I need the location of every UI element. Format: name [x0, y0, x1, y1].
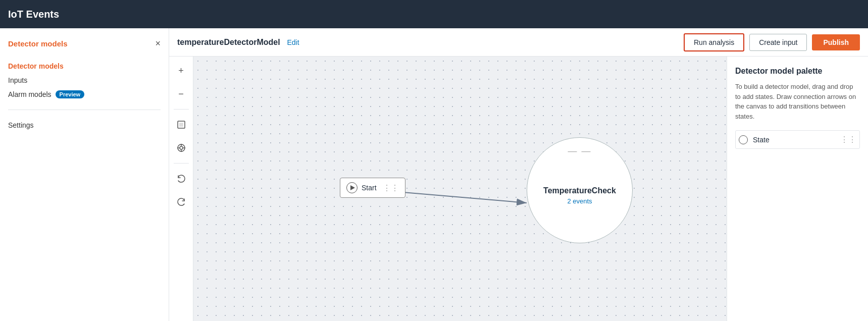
content-area: temperatureDetectorModel Edit Run analys…	[169, 28, 868, 321]
model-name: temperatureDetectorModel	[177, 38, 280, 46]
header-actions: Run analysis Create input Publish	[684, 33, 860, 51]
palette-drag-icon: ⋮⋮	[840, 135, 856, 144]
start-node-handle: ⋮⋮	[383, 183, 399, 193]
sidebar-title: Detector models	[8, 39, 68, 48]
fit-icon	[177, 120, 186, 129]
publish-button[interactable]: Publish	[812, 34, 860, 50]
close-button[interactable]: ×	[155, 38, 161, 49]
content-header: temperatureDetectorModel Edit Run analys…	[169, 28, 868, 57]
run-analysis-button[interactable]: Run analysis	[684, 33, 744, 51]
sidebar: Detector models × Detector models Inputs…	[0, 28, 169, 321]
target-button[interactable]	[173, 140, 189, 156]
palette-state-item[interactable]: State ⋮⋮	[735, 130, 860, 149]
canvas-palette-row: + −	[169, 57, 868, 321]
svg-rect-1	[179, 123, 183, 127]
toolbar-divider-2	[174, 163, 189, 164]
sidebar-item-settings[interactable]: Settings	[8, 118, 161, 132]
sidebar-item-detector-models[interactable]: Detector models	[8, 59, 161, 73]
settings-label: Settings	[8, 121, 34, 129]
sidebar-item-alarm-models[interactable]: Alarm models Preview	[8, 87, 161, 101]
app-title: IoT Events	[8, 9, 59, 20]
state-node-events[interactable]: 2 events	[567, 197, 592, 205]
undo-button[interactable]	[173, 171, 189, 187]
palette-panel: Detector model palette To build a detect…	[727, 57, 868, 321]
main-layout: Detector models × Detector models Inputs…	[0, 28, 868, 321]
canvas-arrow-svg	[193, 57, 727, 321]
state-node[interactable]: — — TemperatureCheck 2 events	[527, 137, 633, 243]
create-input-button[interactable]: Create input	[749, 34, 807, 51]
palette-title: Detector model palette	[735, 67, 860, 76]
preview-badge: Preview	[56, 90, 85, 98]
start-play-icon	[346, 182, 358, 193]
sidebar-item-inputs[interactable]: Inputs	[8, 73, 161, 87]
toolbar-divider-1	[174, 109, 189, 110]
target-icon	[177, 143, 186, 152]
state-node-name: TemperatureCheck	[543, 186, 616, 195]
fit-button[interactable]	[173, 117, 189, 133]
edit-link[interactable]: Edit	[287, 38, 299, 46]
start-node-label: Start	[362, 184, 377, 192]
redo-button[interactable]	[173, 194, 189, 210]
palette-state-radio-icon	[739, 135, 748, 144]
zoom-in-button[interactable]: +	[173, 63, 189, 79]
start-node[interactable]: Start ⋮⋮	[340, 178, 405, 198]
sidebar-header: Detector models ×	[8, 38, 161, 49]
top-bar: IoT Events	[0, 0, 868, 28]
redo-icon	[177, 197, 186, 206]
canvas[interactable]: Start ⋮⋮ — — TemperatureCheck 2 events	[193, 57, 727, 321]
inputs-label: Inputs	[8, 76, 27, 84]
palette-description: To build a detector model, drag and drop…	[735, 82, 860, 121]
model-name-row: temperatureDetectorModel Edit	[177, 38, 299, 47]
palette-state-label: State	[753, 136, 835, 144]
svg-point-3	[180, 146, 183, 149]
detector-models-label: Detector models	[8, 62, 64, 70]
sidebar-divider	[8, 110, 161, 110]
state-node-handle: — —	[568, 146, 591, 156]
canvas-toolbar: + −	[169, 57, 193, 321]
zoom-out-button[interactable]: −	[173, 86, 189, 102]
alarm-models-label: Alarm models	[8, 90, 52, 98]
svg-line-9	[385, 191, 527, 203]
undo-icon	[177, 174, 186, 183]
